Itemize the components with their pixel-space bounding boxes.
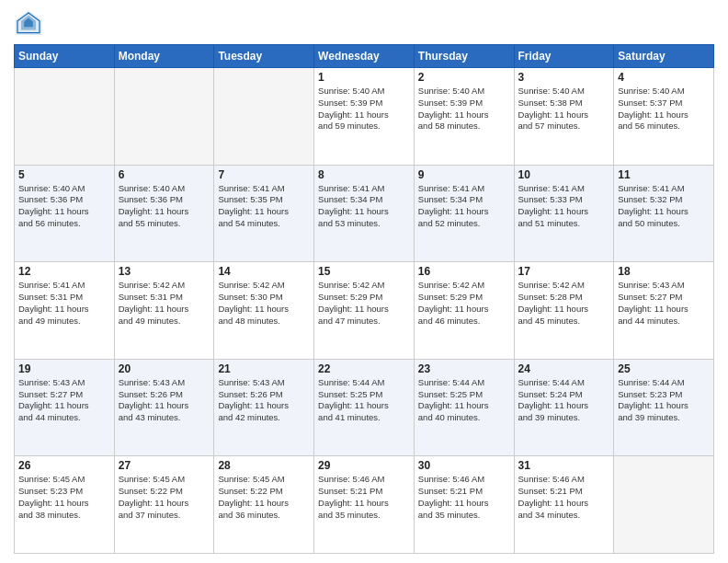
day-info: Sunrise: 5:42 AM Sunset: 5:31 PM Dayligh… xyxy=(119,280,210,327)
day-info: Sunrise: 5:45 AM Sunset: 5:22 PM Dayligh… xyxy=(119,474,210,521)
calendar-cell: 30Sunrise: 5:46 AM Sunset: 5:21 PM Dayli… xyxy=(414,456,514,554)
calendar-cell: 11Sunrise: 5:41 AM Sunset: 5:32 PM Dayli… xyxy=(614,165,714,262)
day-number: 18 xyxy=(618,265,710,278)
day-info: Sunrise: 5:45 AM Sunset: 5:22 PM Dayligh… xyxy=(218,474,310,521)
calendar-cell: 15Sunrise: 5:42 AM Sunset: 5:29 PM Dayli… xyxy=(314,262,415,360)
day-number: 30 xyxy=(418,459,510,472)
day-info: Sunrise: 5:41 AM Sunset: 5:34 PM Dayligh… xyxy=(318,183,410,230)
day-info: Sunrise: 5:42 AM Sunset: 5:29 PM Dayligh… xyxy=(318,280,410,327)
day-info: Sunrise: 5:43 AM Sunset: 5:26 PM Dayligh… xyxy=(119,377,210,424)
calendar-cell: 28Sunrise: 5:45 AM Sunset: 5:22 PM Dayli… xyxy=(214,456,314,554)
day-info: Sunrise: 5:42 AM Sunset: 5:28 PM Dayligh… xyxy=(518,280,610,327)
calendar-cell: 17Sunrise: 5:42 AM Sunset: 5:28 PM Dayli… xyxy=(514,262,614,360)
day-number: 19 xyxy=(18,362,110,375)
day-number: 22 xyxy=(318,362,410,375)
calendar-cell xyxy=(614,456,714,554)
day-info: Sunrise: 5:42 AM Sunset: 5:29 PM Dayligh… xyxy=(418,280,510,327)
calendar-cell: 9Sunrise: 5:41 AM Sunset: 5:34 PM Daylig… xyxy=(414,165,514,262)
day-number: 15 xyxy=(318,265,410,278)
day-info: Sunrise: 5:42 AM Sunset: 5:30 PM Dayligh… xyxy=(218,280,310,327)
page: SundayMondayTuesdayWednesdayThursdayFrid… xyxy=(0,0,728,563)
day-info: Sunrise: 5:46 AM Sunset: 5:21 PM Dayligh… xyxy=(318,474,410,521)
day-number: 31 xyxy=(518,459,610,472)
calendar-cell: 14Sunrise: 5:42 AM Sunset: 5:30 PM Dayli… xyxy=(214,262,314,360)
logo xyxy=(14,9,47,39)
day-number: 8 xyxy=(318,168,410,181)
day-info: Sunrise: 5:41 AM Sunset: 5:33 PM Dayligh… xyxy=(518,183,610,230)
day-info: Sunrise: 5:46 AM Sunset: 5:21 PM Dayligh… xyxy=(418,474,510,521)
day-info: Sunrise: 5:41 AM Sunset: 5:31 PM Dayligh… xyxy=(18,280,110,327)
day-info: Sunrise: 5:46 AM Sunset: 5:21 PM Dayligh… xyxy=(518,474,610,521)
day-number: 16 xyxy=(418,265,510,278)
calendar-cell: 8Sunrise: 5:41 AM Sunset: 5:34 PM Daylig… xyxy=(314,165,415,262)
day-info: Sunrise: 5:44 AM Sunset: 5:23 PM Dayligh… xyxy=(618,377,710,424)
weekday-header-row: SundayMondayTuesdayWednesdayThursdayFrid… xyxy=(15,45,714,68)
day-number: 7 xyxy=(218,168,310,181)
calendar-week-1: 1Sunrise: 5:40 AM Sunset: 5:39 PM Daylig… xyxy=(15,68,714,166)
day-number: 13 xyxy=(119,265,210,278)
calendar-cell: 2Sunrise: 5:40 AM Sunset: 5:39 PM Daylig… xyxy=(414,68,514,166)
calendar-cell: 29Sunrise: 5:46 AM Sunset: 5:21 PM Dayli… xyxy=(314,456,415,554)
calendar-cell xyxy=(214,68,314,166)
calendar-cell: 7Sunrise: 5:41 AM Sunset: 5:35 PM Daylig… xyxy=(214,165,314,262)
calendar-week-3: 12Sunrise: 5:41 AM Sunset: 5:31 PM Dayli… xyxy=(15,262,714,360)
day-number: 5 xyxy=(18,168,110,181)
calendar-cell: 27Sunrise: 5:45 AM Sunset: 5:22 PM Dayli… xyxy=(114,456,214,554)
calendar-cell: 24Sunrise: 5:44 AM Sunset: 5:24 PM Dayli… xyxy=(514,359,614,456)
day-number: 11 xyxy=(618,168,710,181)
day-info: Sunrise: 5:41 AM Sunset: 5:34 PM Dayligh… xyxy=(418,183,510,230)
calendar-cell xyxy=(15,68,115,166)
calendar-cell: 23Sunrise: 5:44 AM Sunset: 5:25 PM Dayli… xyxy=(414,359,514,456)
calendar-table: SundayMondayTuesdayWednesdayThursdayFrid… xyxy=(14,44,714,554)
weekday-header-wednesday: Wednesday xyxy=(314,45,415,68)
calendar-cell: 5Sunrise: 5:40 AM Sunset: 5:36 PM Daylig… xyxy=(15,165,115,262)
weekday-header-friday: Friday xyxy=(514,45,614,68)
calendar-cell: 18Sunrise: 5:43 AM Sunset: 5:27 PM Dayli… xyxy=(614,262,714,360)
calendar-cell: 25Sunrise: 5:44 AM Sunset: 5:23 PM Dayli… xyxy=(614,359,714,456)
calendar-week-5: 26Sunrise: 5:45 AM Sunset: 5:23 PM Dayli… xyxy=(15,456,714,554)
calendar-cell: 10Sunrise: 5:41 AM Sunset: 5:33 PM Dayli… xyxy=(514,165,614,262)
weekday-header-saturday: Saturday xyxy=(614,45,714,68)
calendar-cell: 19Sunrise: 5:43 AM Sunset: 5:27 PM Dayli… xyxy=(15,359,115,456)
calendar-cell: 1Sunrise: 5:40 AM Sunset: 5:39 PM Daylig… xyxy=(314,68,415,166)
calendar-cell: 13Sunrise: 5:42 AM Sunset: 5:31 PM Dayli… xyxy=(114,262,214,360)
day-number: 27 xyxy=(119,459,210,472)
day-number: 21 xyxy=(218,362,310,375)
day-number: 2 xyxy=(418,71,510,84)
day-number: 6 xyxy=(119,168,210,181)
day-number: 12 xyxy=(18,265,110,278)
day-info: Sunrise: 5:41 AM Sunset: 5:32 PM Dayligh… xyxy=(618,183,710,230)
weekday-header-tuesday: Tuesday xyxy=(214,45,314,68)
logo-icon xyxy=(14,9,43,39)
day-number: 14 xyxy=(218,265,310,278)
day-number: 23 xyxy=(418,362,510,375)
day-number: 3 xyxy=(518,71,610,84)
header xyxy=(14,9,714,39)
calendar-cell xyxy=(114,68,214,166)
day-info: Sunrise: 5:44 AM Sunset: 5:25 PM Dayligh… xyxy=(318,377,410,424)
weekday-header-monday: Monday xyxy=(114,45,214,68)
day-info: Sunrise: 5:43 AM Sunset: 5:26 PM Dayligh… xyxy=(218,377,310,424)
calendar-header: SundayMondayTuesdayWednesdayThursdayFrid… xyxy=(15,45,714,68)
calendar-cell: 4Sunrise: 5:40 AM Sunset: 5:37 PM Daylig… xyxy=(614,68,714,166)
calendar-cell: 6Sunrise: 5:40 AM Sunset: 5:36 PM Daylig… xyxy=(114,165,214,262)
day-info: Sunrise: 5:45 AM Sunset: 5:23 PM Dayligh… xyxy=(18,474,110,521)
calendar-cell: 21Sunrise: 5:43 AM Sunset: 5:26 PM Dayli… xyxy=(214,359,314,456)
day-number: 24 xyxy=(518,362,610,375)
day-info: Sunrise: 5:41 AM Sunset: 5:35 PM Dayligh… xyxy=(218,183,310,230)
day-info: Sunrise: 5:40 AM Sunset: 5:37 PM Dayligh… xyxy=(618,86,710,132)
calendar-cell: 22Sunrise: 5:44 AM Sunset: 5:25 PM Dayli… xyxy=(314,359,415,456)
day-number: 28 xyxy=(218,459,310,472)
calendar-cell: 3Sunrise: 5:40 AM Sunset: 5:38 PM Daylig… xyxy=(514,68,614,166)
weekday-header-sunday: Sunday xyxy=(15,45,115,68)
day-number: 9 xyxy=(418,168,510,181)
calendar-cell: 20Sunrise: 5:43 AM Sunset: 5:26 PM Dayli… xyxy=(114,359,214,456)
calendar-week-2: 5Sunrise: 5:40 AM Sunset: 5:36 PM Daylig… xyxy=(15,165,714,262)
day-info: Sunrise: 5:44 AM Sunset: 5:25 PM Dayligh… xyxy=(418,377,510,424)
calendar-cell: 26Sunrise: 5:45 AM Sunset: 5:23 PM Dayli… xyxy=(15,456,115,554)
day-number: 20 xyxy=(119,362,210,375)
day-info: Sunrise: 5:44 AM Sunset: 5:24 PM Dayligh… xyxy=(518,377,610,424)
day-number: 1 xyxy=(318,71,410,84)
day-info: Sunrise: 5:40 AM Sunset: 5:39 PM Dayligh… xyxy=(318,86,410,132)
day-info: Sunrise: 5:43 AM Sunset: 5:27 PM Dayligh… xyxy=(18,377,110,424)
